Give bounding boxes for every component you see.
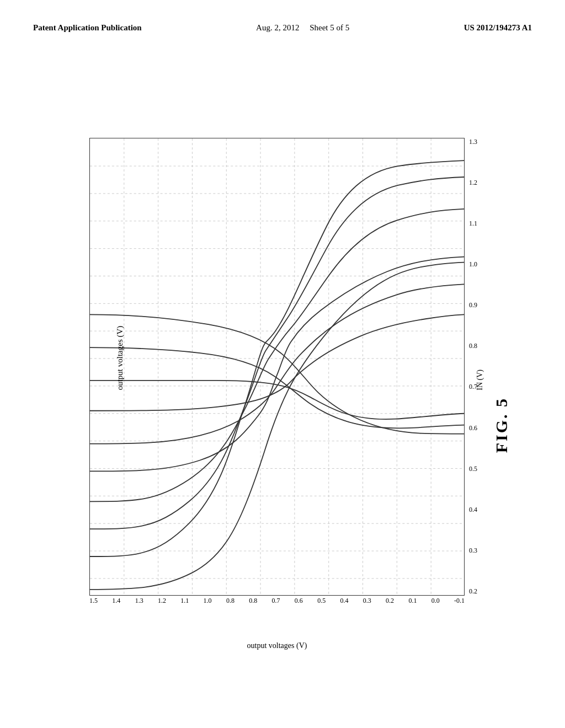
y-axis-title: output voltages (V) bbox=[115, 326, 124, 390]
publication-title: Patent Application Publication bbox=[33, 22, 142, 34]
page: Patent Application Publication Aug. 2, 2… bbox=[0, 0, 565, 728]
y-tick-05: 0.5 bbox=[317, 597, 326, 605]
x-tick-10: 1.0 bbox=[469, 260, 477, 269]
x-tick-11: 1.1 bbox=[469, 220, 477, 228]
y-tick-00: 0.0 bbox=[431, 597, 440, 605]
chart-container: output voltages (V) 1.5 1.4 1.3 1.2 1.1 … bbox=[33, 99, 532, 662]
y-axis-labels: output voltages (V) bbox=[56, 138, 89, 596]
figure-label: FIG. 5 bbox=[492, 397, 511, 453]
y-tick-02: 0.2 bbox=[386, 597, 394, 605]
y-tick-07: 0.7 bbox=[272, 597, 280, 605]
y-tick-11: 1.1 bbox=[180, 597, 189, 605]
y-tick-01: 0.1 bbox=[408, 597, 417, 605]
chart-wrapper: output voltages (V) 1.5 1.4 1.3 1.2 1.1 … bbox=[56, 132, 509, 629]
bottom-axis-title-wrapper: output voltages (V) bbox=[89, 629, 465, 650]
y-tick-15: 1.5 bbox=[89, 597, 98, 605]
header: Patent Application Publication Aug. 2, 2… bbox=[33, 22, 532, 34]
y-tick-14: 1.4 bbox=[112, 597, 120, 605]
y-tick-neg01: -0.1 bbox=[454, 597, 465, 605]
x-tick-08: 0.8 bbox=[469, 342, 477, 350]
x-tick-06: 0.6 bbox=[469, 424, 477, 432]
x-axis-container: 1.3 1.2 1.1 1.0 0.9 0.8 0.7 0.6 0.5 0.4 … bbox=[469, 138, 477, 596]
sheet-info: Sheet 5 of 5 bbox=[310, 23, 349, 32]
y-tick-13: 1.3 bbox=[135, 597, 143, 605]
chart-area bbox=[89, 138, 465, 596]
y-tick-12: 1.2 bbox=[158, 597, 166, 605]
x-tick-05: 0.5 bbox=[469, 465, 477, 473]
publication-number: US 2012/194273 A1 bbox=[464, 22, 532, 34]
x-tick-13: 1.3 bbox=[469, 138, 477, 146]
y-tick-06: 0.6 bbox=[295, 597, 303, 605]
header-date-sheet: Aug. 2, 2012 Sheet 5 of 5 bbox=[256, 22, 349, 34]
y-tick-08: 0.8 bbox=[249, 597, 257, 605]
y-tick-04: 0.4 bbox=[340, 597, 348, 605]
x-tick-02: 0.2 bbox=[469, 587, 477, 596]
x-tick-12: 1.2 bbox=[469, 179, 477, 187]
y-tick-10: 1.0 bbox=[204, 597, 212, 605]
x-tick-03: 0.3 bbox=[469, 547, 477, 555]
x-tick-09: 0.9 bbox=[469, 301, 477, 309]
bottom-axis-container: 1.5 1.4 1.3 1.2 1.1 1.0 0.8 0.8 0.7 0.6 … bbox=[89, 597, 465, 605]
y-tick-03: 0.3 bbox=[363, 597, 371, 605]
publication-date: Aug. 2, 2012 bbox=[256, 23, 299, 32]
x-tick-04: 0.4 bbox=[469, 506, 477, 514]
chart-svg bbox=[90, 138, 464, 595]
x-axis-title-right: IN (V) bbox=[476, 370, 484, 390]
y-tick-09: 0.8 bbox=[226, 597, 234, 605]
x-axis-title: output voltages (V) bbox=[89, 641, 465, 650]
